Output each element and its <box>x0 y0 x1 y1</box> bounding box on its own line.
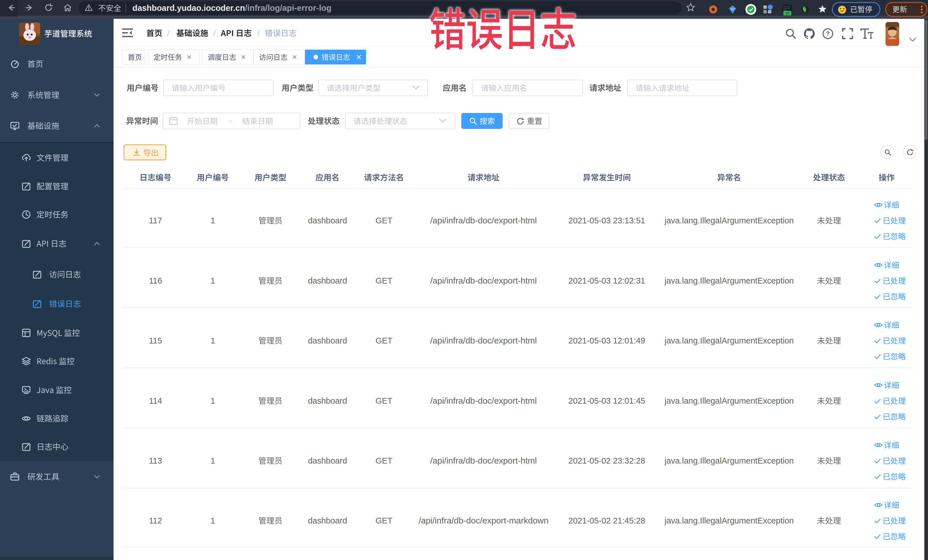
svg-text:on: on <box>785 11 789 15</box>
svg-text:?: ? <box>826 30 830 37</box>
